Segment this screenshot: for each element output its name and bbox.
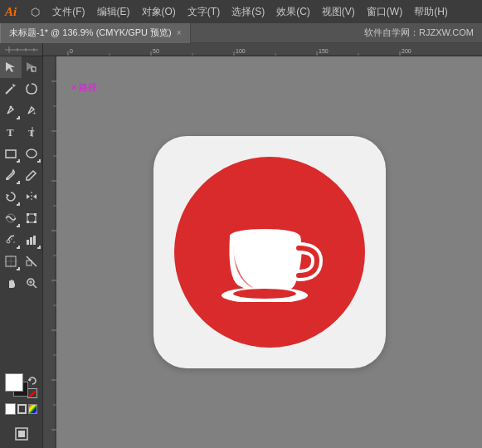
- tool-row-10: [0, 251, 42, 272]
- ruler-left: [43, 56, 56, 448]
- svg-point-30: [13, 241, 15, 243]
- svg-rect-33: [33, 236, 36, 245]
- menu-window[interactable]: 窗口(W): [361, 0, 408, 23]
- reset-colors-icon[interactable]: [27, 376, 37, 386]
- main-layout: + T T: [0, 43, 482, 448]
- slice-tool[interactable]: [22, 251, 43, 272]
- fill-stroke-container: [5, 373, 22, 400]
- lasso-tool[interactable]: [22, 78, 43, 100]
- svg-line-8: [6, 87, 12, 94]
- toolbar-ruler: [0, 43, 42, 56]
- ruler-indicator: [5, 46, 38, 53]
- tab-close-btn[interactable]: ×: [177, 28, 182, 37]
- swatch-extras: [27, 376, 37, 398]
- tool-row-3: +: [0, 100, 42, 121]
- ruler-top: 0 50 100 150 200: [43, 43, 482, 56]
- ai-logo: Ai: [3, 5, 23, 19]
- svg-rect-24: [27, 213, 29, 216]
- menu-help[interactable]: 帮助(H): [408, 0, 454, 23]
- screen-mode-btn[interactable]: [5, 423, 38, 445]
- menu-bar: Ai ⬡ 文件(F) 编辑(E) 对象(O) 文字(T) 选择(S) 效果(C)…: [0, 0, 482, 23]
- none-color-icon[interactable]: [27, 388, 37, 398]
- canvas-area: 0 50 100 150 200: [43, 43, 482, 448]
- stroke-color-box[interactable]: [17, 404, 27, 414]
- red-circle: [174, 157, 365, 348]
- ruler-left-svg: [43, 56, 56, 448]
- ruler-top-svg: 0 50 100 150 200: [43, 43, 482, 56]
- svg-point-10: [9, 106, 12, 109]
- menu-file[interactable]: 文件(F): [46, 0, 90, 23]
- reflect-tool[interactable]: [22, 186, 43, 207]
- svg-text:T: T: [7, 126, 14, 139]
- svg-rect-25: [34, 213, 37, 216]
- column-graph-tool[interactable]: [22, 229, 43, 251]
- artboard-tool[interactable]: [0, 251, 22, 272]
- svg-text:100: 100: [236, 48, 246, 54]
- path-label: × 路径: [71, 81, 97, 94]
- vertical-type-tool[interactable]: T: [22, 121, 43, 143]
- tab-title: 未标题-1* @ 136.9% (CMYK/GPU 预览): [9, 27, 172, 39]
- add-anchor-tool[interactable]: +: [22, 100, 43, 121]
- canvas-content: × 路径: [56, 56, 482, 448]
- svg-rect-45: [18, 431, 25, 437]
- svg-text:150: 150: [319, 48, 329, 54]
- pencil-tool[interactable]: [22, 164, 43, 186]
- color-swatches: [0, 368, 42, 420]
- gradient-box[interactable]: [28, 404, 37, 414]
- warp-tool[interactable]: [0, 207, 22, 229]
- svg-point-16: [27, 149, 37, 158]
- toolbar: + T T: [0, 43, 43, 448]
- svg-line-40: [33, 285, 37, 288]
- rotate-tool[interactable]: [0, 186, 22, 207]
- menu-view[interactable]: 视图(V): [316, 0, 361, 23]
- svg-marker-20: [27, 194, 30, 199]
- svg-marker-5: [6, 62, 15, 72]
- menu-select[interactable]: 选择(S): [226, 0, 270, 23]
- active-tab[interactable]: 未标题-1* @ 136.9% (CMYK/GPU 预览) ×: [0, 23, 191, 43]
- ellipse-tool[interactable]: [22, 143, 43, 164]
- menu-object[interactable]: 对象(O): [136, 0, 182, 23]
- zoom-tool[interactable]: [22, 272, 43, 294]
- select-tool[interactable]: [0, 56, 22, 78]
- path-label-text: 路径: [79, 82, 97, 92]
- direct-select-tool[interactable]: [22, 56, 43, 78]
- menu-text[interactable]: 文字(T): [182, 0, 226, 23]
- svg-rect-31: [27, 240, 29, 245]
- fill-color-box[interactable]: [5, 403, 16, 415]
- type-tool[interactable]: T: [0, 121, 22, 143]
- free-transform-tool[interactable]: [22, 207, 43, 229]
- fill-swatch[interactable]: [5, 373, 23, 392]
- symbol-sprayer-tool[interactable]: [0, 229, 22, 251]
- svg-point-28: [7, 240, 10, 243]
- swatch-row-main: [2, 372, 41, 402]
- svg-rect-27: [34, 221, 37, 223]
- magic-wand-tool[interactable]: [0, 78, 22, 100]
- svg-point-17: [6, 178, 8, 180]
- svg-marker-9: [12, 84, 16, 87]
- tool-row-8: [0, 207, 42, 229]
- svg-rect-32: [30, 237, 32, 245]
- tab-right-label: 软件自学网：RJZXW.COM: [356, 27, 482, 39]
- home-icon-btn[interactable]: ⬡: [23, 0, 46, 23]
- svg-point-29: [11, 238, 12, 240]
- menu-effect[interactable]: 效果(C): [270, 0, 316, 23]
- svg-text:T: T: [28, 128, 35, 138]
- svg-rect-46: [43, 43, 482, 56]
- svg-rect-15: [6, 150, 16, 158]
- menu-edit[interactable]: 编辑(E): [91, 0, 136, 23]
- svg-rect-26: [27, 221, 29, 223]
- svg-rect-62: [43, 56, 56, 448]
- paintbrush-tool[interactable]: [0, 164, 22, 186]
- pen-tool[interactable]: [0, 100, 22, 121]
- svg-point-81: [230, 229, 299, 242]
- tool-row-6: [0, 164, 42, 186]
- rectangle-tool[interactable]: [0, 143, 22, 164]
- tool-row-2: [0, 78, 42, 100]
- hand-tool[interactable]: [0, 272, 22, 294]
- tool-row-5: [0, 143, 42, 164]
- tool-row-9: [0, 229, 42, 251]
- svg-text:50: 50: [153, 48, 159, 54]
- tool-row-1: [0, 56, 42, 78]
- screen-mode-row: [0, 420, 42, 448]
- tool-row-11: [0, 272, 42, 294]
